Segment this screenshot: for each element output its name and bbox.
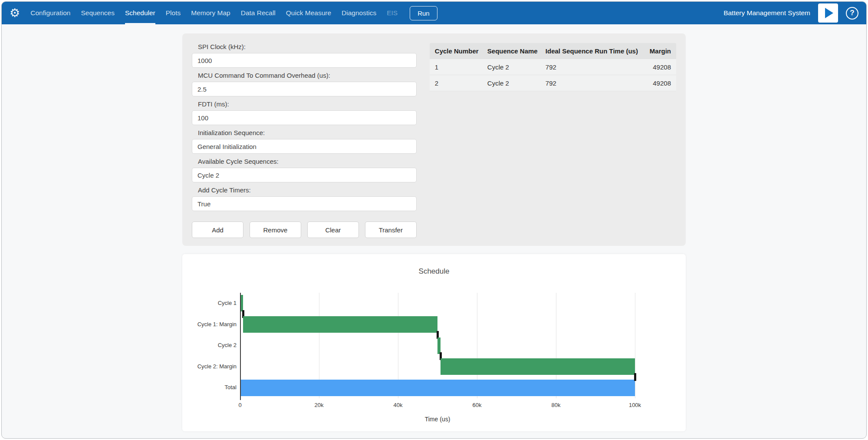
y-axis-line — [240, 293, 241, 400]
field-label-available-cycle-sequences: Available Cycle Sequences: — [198, 158, 417, 165]
nav-item-sequences[interactable]: Sequences — [81, 2, 115, 24]
form-field-mcu-command-to-command-overhead-us: MCU Command To Command Overhead (us): — [192, 72, 417, 96]
form-field-fdti-ms: FDTI (ms): — [192, 100, 417, 125]
input-mcu-command-to-command-overhead-us[interactable] — [192, 82, 417, 96]
field-label-mcu-command-to-command-overhead-us: MCU Command To Command Overhead (us): — [198, 72, 417, 79]
app-window: ⚙ ConfigurationSequencesSchedulerPlotsMe… — [1, 1, 867, 439]
chart-bar-cycle-2-margin — [441, 358, 635, 375]
table-header-cycle-number: Cycle Number — [435, 47, 487, 55]
navbar-left: ⚙ ConfigurationSequencesSchedulerPlotsMe… — [10, 2, 723, 24]
table-cell: 2 — [435, 79, 487, 87]
nav-item-configuration[interactable]: Configuration — [30, 2, 70, 24]
chart-title: Schedule — [182, 267, 686, 276]
y-axis-label-cycle-2-margin: Cycle 2: Margin — [179, 356, 237, 377]
field-label-add-cycle-timers: Add Cycle Timers: — [198, 186, 417, 194]
table-cell: Cycle 2 — [487, 63, 546, 71]
nav-item-eis[interactable]: EIS — [387, 2, 398, 24]
schedule-chart-card: Schedule Time (us) 020k40k60k80k100kCycl… — [182, 254, 686, 431]
field-label-initialization-sequence: Initialization Sequence: — [198, 129, 417, 137]
table-header-sequence-name: Sequence Name — [487, 47, 546, 55]
form-field-available-cycle-sequences: Available Cycle Sequences: — [192, 158, 417, 182]
table-cell: 49208 — [650, 79, 671, 87]
add-button[interactable]: Add — [192, 222, 243, 238]
run-button[interactable]: Run — [410, 6, 437, 20]
table-body: 1Cycle 2792492082Cycle 279249208 — [430, 59, 676, 91]
y-axis-label-cycle-2: Cycle 2 — [179, 335, 237, 356]
top-navbar: ⚙ ConfigurationSequencesSchedulerPlotsMe… — [2, 2, 866, 24]
field-label-spi-clock-khz: SPI Clock (kHz): — [198, 43, 417, 51]
x-axis-label: Time (us) — [425, 416, 450, 423]
x-tick-label: 80k — [552, 402, 561, 408]
table-cell: 792 — [546, 63, 650, 71]
y-axis-label-total: Total — [179, 377, 237, 398]
x-tick-label: 40k — [394, 402, 403, 408]
nav-item-scheduler[interactable]: Scheduler — [125, 2, 155, 24]
nav-item-diagnostics[interactable]: Diagnostics — [342, 2, 376, 24]
x-tick-label: 100k — [629, 402, 641, 408]
x-tick-label: 20k — [315, 402, 324, 408]
help-icon[interactable]: ? — [846, 7, 858, 20]
input-add-cycle-timers[interactable] — [192, 196, 417, 211]
table-cell: 792 — [546, 79, 650, 87]
nav-item-memory-map[interactable]: Memory Map — [191, 2, 230, 24]
table-cell: 1 — [435, 63, 487, 71]
form-field-add-cycle-timers: Add Cycle Timers: — [192, 186, 417, 211]
y-axis-label-cycle-1-margin: Cycle 1: Margin — [179, 314, 237, 335]
table-row[interactable]: 1Cycle 279249208 — [430, 59, 676, 75]
input-fdti-ms[interactable] — [192, 110, 417, 125]
table-header-row: Cycle NumberSequence NameIdeal Sequence … — [430, 43, 676, 59]
input-spi-clock-khz[interactable] — [192, 53, 417, 68]
main-content: SPI Clock (kHz):MCU Command To Command O… — [182, 33, 686, 431]
x-tick-label: 60k — [473, 402, 482, 408]
input-available-cycle-sequences[interactable] — [192, 168, 417, 182]
chart-bar-cycle-1-margin — [243, 316, 437, 333]
field-label-fdti-ms: FDTI (ms): — [198, 100, 417, 108]
gear-icon[interactable]: ⚙ — [10, 2, 20, 24]
play-icon — [825, 8, 833, 18]
clear-button[interactable]: Clear — [307, 222, 359, 238]
chart-gridline — [635, 293, 635, 398]
table-header-margin: Margin — [650, 47, 671, 55]
chart-bar-cycle-2 — [437, 337, 441, 354]
input-initialization-sequence[interactable] — [192, 139, 417, 154]
nav-item-quick-measure[interactable]: Quick Measure — [286, 2, 331, 24]
form-fields: SPI Clock (kHz):MCU Command To Command O… — [192, 43, 417, 211]
table-cell: 49208 — [650, 63, 671, 71]
nav-menu: ConfigurationSequencesSchedulerPlotsMemo… — [30, 2, 398, 24]
table-cell: Cycle 2 — [487, 79, 546, 87]
form-buttons: AddRemoveClearTransfer — [192, 222, 417, 238]
table-header-ideal-sequence-run-time-us: Ideal Sequence Run Time (us) — [546, 47, 650, 55]
schedule-gantt-plot: Time (us) 020k40k60k80k100kCycle 1Cycle … — [240, 293, 635, 398]
play-button[interactable] — [818, 3, 838, 23]
form-field-initialization-sequence: Initialization Sequence: — [192, 129, 417, 154]
table-row[interactable]: 2Cycle 279249208 — [430, 75, 676, 91]
navbar-right: Battery Management System ? — [723, 3, 858, 23]
app-title: Battery Management System — [723, 9, 810, 17]
scheduler-settings-panel: SPI Clock (kHz):MCU Command To Command O… — [182, 33, 686, 246]
x-tick-label: 0 — [238, 402, 241, 408]
cycle-table: Cycle NumberSequence NameIdeal Sequence … — [430, 43, 676, 238]
nav-item-plots[interactable]: Plots — [166, 2, 181, 24]
bar-end-marker — [634, 373, 636, 381]
form-field-spi-clock-khz: SPI Clock (kHz): — [192, 43, 417, 68]
transfer-button[interactable]: Transfer — [365, 222, 417, 238]
y-axis-label-cycle-1: Cycle 1 — [179, 293, 237, 314]
nav-item-data-recall[interactable]: Data Recall — [241, 2, 276, 24]
chart-bar-total — [240, 380, 635, 396]
scheduler-form: SPI Clock (kHz):MCU Command To Command O… — [192, 43, 417, 238]
remove-button[interactable]: Remove — [250, 222, 301, 238]
